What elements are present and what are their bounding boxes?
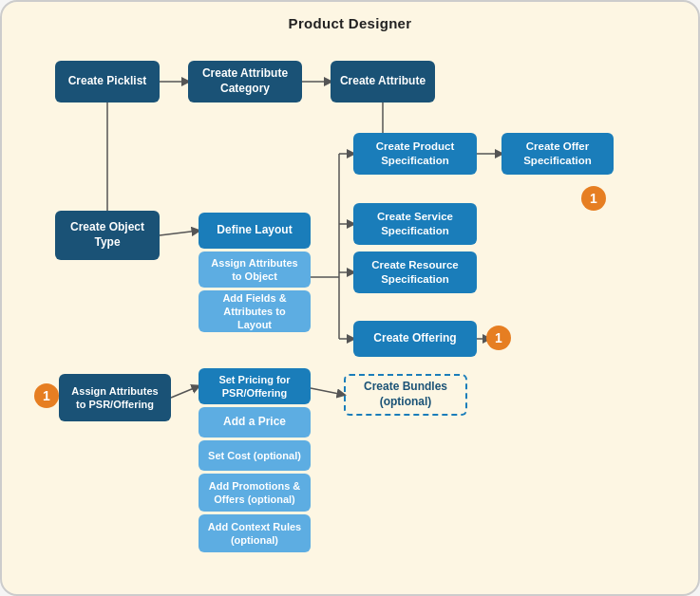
badge-assign-psr: 1 [34,383,59,408]
create-attribute-category-node: Create Attribute Category [188,61,302,102]
diagram-title: Product Designer [2,2,698,31]
svg-line-6 [160,231,199,235]
create-object-type-node: Create Object Type [55,211,160,260]
add-price-node: Add a Price [199,407,311,438]
add-fields-node: Add Fields & Attributes to Layout [199,290,311,332]
create-picklist-node: Create Picklist [55,61,160,102]
badge-offering: 1 [486,326,511,350]
assign-attrs-psr-node: Assign Attributes to PSR/Offering [59,374,171,421]
create-offering-node: Create Offering [353,321,477,357]
define-layout-node: Define Layout [199,213,311,249]
set-pricing-node: Set Pricing for PSR/Offering [199,368,311,404]
set-cost-node: Set Cost (optional) [199,440,311,471]
svg-line-16 [311,388,344,395]
create-offer-spec-node: Create Offer Specification [501,133,614,175]
badge-offer-spec: 1 [581,186,606,211]
create-bundles-node: Create Bundles (optional) [344,374,467,416]
svg-line-15 [171,386,199,398]
create-attribute-node: Create Attribute [331,61,435,102]
assign-attributes-node: Assign Attributes to Object [199,251,311,288]
create-resource-spec-node: Create Resource Specification [353,251,477,293]
add-context-rules-node: Add Context Rules (optional) [199,514,311,552]
add-promotions-node: Add Promotions & Offers (optional) [199,474,311,512]
create-service-spec-node: Create Service Specification [353,203,477,245]
create-product-spec-node: Create Product Specification [353,133,477,175]
diagram-wrapper: Product Designer [0,0,700,596]
